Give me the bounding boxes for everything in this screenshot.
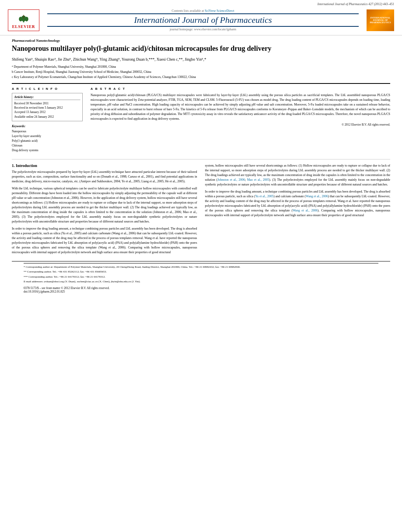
journal-title: International Journal of Pharmaceutics	[47, 15, 359, 25]
body-right-col: system, hollow microcapsules still have …	[205, 163, 391, 257]
footer-divider	[24, 263, 378, 263]
affiliations: ᵃ Department of Polymer Materials, Shang…	[12, 65, 390, 80]
footnote-star3: *** Corresponding author. Tel.: +86 21 6…	[24, 275, 378, 279]
page-footer: * Corresponding author at: Department of…	[12, 261, 390, 293]
received-date: Received 30 November 2011	[14, 101, 80, 106]
accepted-date: Accepted 13 January 2012	[14, 110, 80, 114]
article-type: Pharmaceutical Nanotechnology	[12, 39, 390, 43]
header-divider-bottom	[47, 26, 359, 27]
citation-wang2006b[interactable]: Wang et al., 2006	[293, 209, 317, 212]
svg-point-3	[25, 17, 28, 21]
keywords-title: Keywords:	[12, 124, 83, 128]
elsevier-logo: ELSEVIER	[8, 9, 39, 31]
intro-para1: The polyelectrolyte microcapsules prepar…	[12, 170, 197, 184]
journal-homepage: journal homepage: www.elsevier.com/locat…	[47, 28, 359, 31]
intro-para2: With the LbL technique, various spherica…	[12, 186, 197, 224]
keyword-dds: Drug delivery systems	[12, 148, 83, 153]
elsevier-tree-icon	[18, 12, 30, 24]
intro-para3: In order to improve the drug loading amo…	[12, 226, 197, 255]
history-title: Article history:	[14, 95, 80, 100]
abstract-text: Nanoporous poly(l-glutamic acid)/chitosa…	[91, 93, 390, 121]
header-content: ELSEVIER Contents lists available at Sci…	[8, 7, 394, 33]
svg-point-2	[19, 17, 22, 21]
article-title: Nanoporous multilayer poly(l-glutamic ac…	[12, 44, 390, 53]
article-info-title: A R T I C L E I N F O	[12, 87, 83, 91]
article-content: Pharmaceutical Nanotechnology Nanoporous…	[0, 35, 402, 297]
journal-header: International Journal of Pharmaceutics 4…	[0, 0, 402, 35]
affiliation-b: b Cancer Institute, Renji Hospital, Shan…	[12, 70, 390, 75]
article-info-col: A R T I C L E I N F O Article history: R…	[12, 87, 83, 156]
copyright-line: © 2012 Elsevier B.V. All rights reserved…	[91, 123, 390, 126]
intro-heading: 1. Introduction	[12, 163, 197, 168]
assembly-text: assembly	[305, 169, 317, 172]
page-wrapper: International Journal of Pharmaceutics 4…	[0, 0, 402, 297]
revised-date: Received in revised form 5 January 2012	[14, 106, 80, 110]
citation-yu[interactable]: Yu et al., 2005	[255, 195, 274, 198]
svg-rect-4	[23, 15, 24, 18]
doi-line: doi:10.1016/j.ijpharm.2012.01.025	[24, 290, 378, 293]
body-right-text: system, hollow microcapsules still have …	[205, 163, 391, 187]
footnote-star2: ** Corresponding author. Tel.: +86 431 8…	[24, 270, 378, 274]
citation-mao[interactable]: Mao et al., 2005	[247, 178, 269, 182]
elsevier-brand-label: ELSEVIER	[12, 24, 35, 29]
sciverse-link[interactable]: SciVerse ScienceDirect	[205, 9, 234, 13]
citation-johnston[interactable]: Johnston et al., 2006	[217, 178, 245, 182]
issn-line: 0378-5173/$ – see front matter © 2012 El…	[24, 286, 378, 290]
keyword-chitosan: Chitosan	[12, 143, 83, 148]
abstract-col: A B S T R A C T Nanoporous poly(l-glutam…	[91, 87, 390, 156]
affiliation-a: ᵃ Department of Polymer Materials, Shang…	[12, 65, 390, 70]
body-right-para2: In order to improve the drug loading amo…	[205, 189, 391, 218]
journal-issue-info: International Journal of Pharmaceutics 4…	[8, 2, 394, 6]
body-left-col: 1. Introduction The polyelectrolyte micr…	[12, 163, 197, 257]
abstract-title: A B S T R A C T	[91, 87, 390, 91]
main-body: 1. Introduction The polyelectrolyte micr…	[12, 159, 390, 257]
article-history-box: Article history: Received 30 November 20…	[12, 93, 83, 121]
keyword-plga: Poly(1-glutamic acid)	[12, 139, 83, 143]
article-info-abstract: A R T I C L E I N F O Article history: R…	[12, 83, 390, 156]
affiliation-c: c Key Laboratory of Polymer Ecomaterials…	[12, 75, 390, 80]
keyword-lbl: Layer-by-layer assembly	[12, 134, 83, 139]
keywords-section: Keywords: Nanoporous Layer-by-layer asse…	[12, 124, 83, 153]
header-divider	[47, 13, 359, 14]
journal-title-section: Contents lists available at SciVerse Sci…	[39, 9, 367, 31]
authors: Shifeng Yanᵃ, Shuiqin Raoᵃ, Jie Zhuᵃ, Zh…	[12, 56, 390, 62]
footnote-email: E-mail addresses: yrduan@shsci.org (Y. D…	[24, 280, 378, 284]
sciverse-text: Contents lists available at SciVerse Sci…	[47, 9, 359, 13]
footnote-star1: * Corresponding author at: Department of…	[24, 265, 378, 269]
available-date: Available online 24 January 2012	[14, 115, 80, 119]
journal-logo-right: INTERNATIONAL JOURNAL OF PHARMACEUTICS	[367, 9, 394, 31]
keyword-nanoporous: Nanoporous	[12, 129, 83, 134]
citation-wang2006[interactable]: Wang et al., 2006	[306, 195, 328, 198]
